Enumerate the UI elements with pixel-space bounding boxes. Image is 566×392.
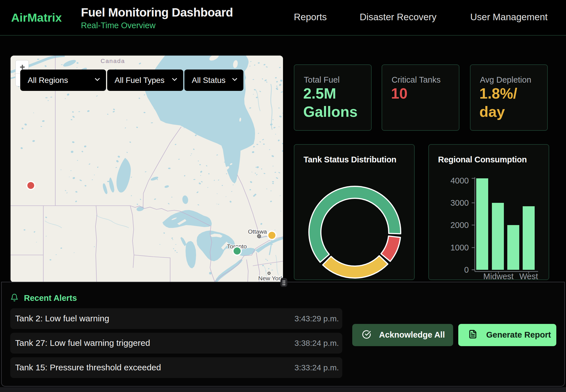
svg-text:1000: 1000	[450, 243, 469, 252]
svg-text:New York: New York	[258, 275, 283, 281]
svg-text:Midwest: Midwest	[483, 272, 514, 281]
svg-text:3000: 3000	[450, 198, 469, 207]
svg-text:Ottawa: Ottawa	[248, 228, 267, 235]
svg-text:Canada: Canada	[101, 58, 125, 64]
svg-text:2000: 2000	[450, 220, 469, 230]
svg-text:0: 0	[464, 265, 469, 274]
svg-text:4000: 4000	[450, 176, 469, 185]
svg-text:West: West	[519, 272, 538, 281]
